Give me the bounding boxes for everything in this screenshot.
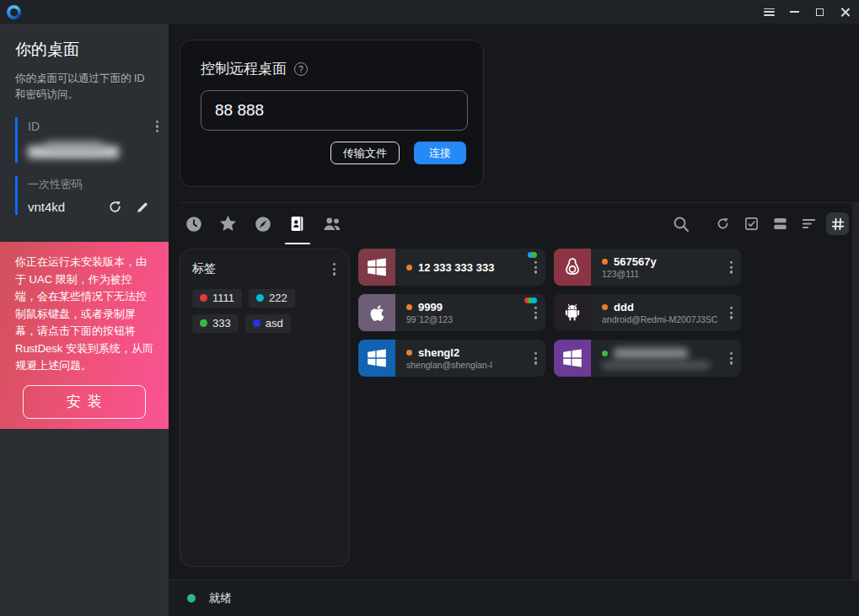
star-icon — [218, 214, 238, 233]
main-area: 控制远程桌面 ? 传输文件 连接 — [169, 24, 859, 616]
peer-name: ddd — [614, 301, 634, 313]
search-button[interactable] — [669, 212, 692, 235]
tab-recent-sessions[interactable] — [180, 210, 207, 238]
peer-status-dot — [406, 304, 412, 310]
compass-icon — [254, 215, 272, 233]
tag-label: 1111 — [212, 292, 234, 304]
refresh-icon — [107, 199, 123, 215]
tag-pill[interactable]: 1111 — [192, 289, 242, 308]
multi-select-button[interactable] — [740, 212, 763, 235]
minimize-icon — [790, 11, 799, 13]
remote-id-input[interactable] — [201, 90, 468, 131]
peer-status-dot — [406, 265, 412, 271]
view-list-button[interactable] — [797, 212, 820, 235]
tag-color-dot — [253, 319, 260, 327]
peer-name: 12 333 333 333 — [418, 261, 494, 274]
peer-username: 99`12@123 — [406, 314, 545, 324]
id-menu-button[interactable] — [153, 117, 162, 137]
peer-menu-button[interactable] — [727, 303, 736, 323]
tag-pill[interactable]: asd — [245, 314, 291, 333]
peer-card[interactable]: 12 333 333 333 — [358, 249, 545, 286]
peer-card[interactable]: shengl2 shenglan@shenglan-l — [358, 340, 545, 377]
peer-menu-button[interactable] — [727, 349, 736, 368]
peer-view-actions — [669, 212, 849, 235]
menu-button[interactable] — [756, 0, 781, 24]
group-icon — [322, 216, 342, 233]
maximize-button[interactable] — [807, 0, 832, 24]
address-book-icon — [288, 215, 306, 233]
peer-card[interactable]: 567567y 123@111 — [554, 249, 741, 286]
peer-card[interactable]: 9999 99`12@123 — [358, 294, 545, 331]
tag-pill[interactable]: 333 — [192, 314, 239, 333]
peer-menu-button[interactable] — [531, 349, 540, 368]
sidebar-description: 你的桌面可以通过下面的 ID 和密码访问。 — [0, 61, 169, 104]
tags-panel: 标签 1111 222 333 asd — [180, 249, 350, 567]
view-grid-button[interactable] — [826, 212, 849, 235]
android-logo-icon — [554, 294, 591, 331]
tab-favorites[interactable] — [214, 210, 242, 238]
tag-label: 222 — [269, 292, 287, 304]
peer-name: 567567y — [614, 255, 657, 268]
peer-menu-button[interactable] — [727, 258, 736, 277]
peer-card[interactable]: ddd android@Redmi-M2007J3SC — [554, 294, 741, 331]
peer-name-redacted — [614, 348, 688, 359]
windows-logo-icon — [358, 249, 395, 286]
transfer-file-button[interactable]: 传输文件 — [330, 142, 400, 164]
peer-card[interactable] — [554, 340, 741, 377]
refresh-icon — [715, 216, 731, 232]
peer-status-dot — [602, 304, 608, 310]
tab-discovered[interactable] — [249, 210, 276, 238]
peers-toolbar — [180, 202, 859, 244]
minimize-button[interactable] — [781, 0, 807, 24]
checkbox-icon — [744, 216, 760, 232]
peer-name: shengl2 — [418, 346, 459, 359]
id-block: ID — [15, 117, 162, 163]
view-tiles-button[interactable] — [769, 212, 792, 235]
peer-menu-button[interactable] — [531, 303, 540, 323]
titlebar — [0, 0, 859, 24]
apple-logo-icon — [358, 294, 395, 331]
tags-menu-button[interactable] — [330, 260, 339, 279]
tag-pill[interactable]: 222 — [249, 289, 295, 308]
control-remote-card: 控制远程桌面 ? 传输文件 连接 — [180, 40, 484, 187]
clock-icon — [185, 215, 203, 233]
sidebar: 你的桌面 你的桌面可以通过下面的 ID 和密码访问。 ID 一次性密码 vnt4… — [0, 24, 169, 616]
one-time-password-label: 一次性密码 — [28, 178, 83, 190]
connection-status-label: 就绪 — [209, 591, 232, 606]
id-value-redacted — [28, 144, 162, 163]
peer-username: 123@111 — [602, 269, 741, 279]
connect-button[interactable]: 连接 — [414, 142, 466, 164]
peer-username-redacted — [602, 362, 710, 369]
peer-name: 9999 — [418, 301, 443, 313]
tab-groups[interactable] — [318, 210, 346, 238]
control-remote-title: 控制远程桌面 — [201, 59, 287, 78]
help-icon[interactable]: ? — [294, 62, 308, 76]
peer-status-dot — [602, 259, 608, 265]
tab-address-book[interactable] — [283, 210, 311, 238]
regenerate-password-button[interactable] — [107, 199, 123, 215]
edit-password-button[interactable] — [135, 200, 150, 215]
hamburger-icon — [764, 8, 775, 16]
windows-logo-icon — [358, 340, 395, 377]
peer-username: android@Redmi-M2007J3SC — [602, 314, 741, 324]
one-time-password-block: 一次性密码 vnt4kd — [15, 176, 162, 215]
uac-warning-banner: 你正在运行未安装版本，由于 UAC 限制，作为被控端，会在某些情况下无法控制鼠标… — [0, 242, 169, 429]
windows-logo-icon — [554, 340, 591, 377]
peers-grid: 12 333 333 333 — [358, 249, 741, 580]
peers-scrollbar[interactable] — [852, 203, 859, 580]
peer-menu-button[interactable] — [531, 258, 540, 277]
peer-status-dot — [602, 351, 608, 356]
peer-tabs — [180, 210, 346, 238]
refresh-peers-button[interactable] — [711, 212, 734, 235]
close-icon — [840, 8, 850, 17]
search-icon — [672, 215, 690, 233]
linux-logo-icon — [554, 249, 591, 286]
tag-label: asd — [266, 317, 283, 329]
tag-label: 333 — [212, 317, 231, 329]
maximize-icon — [816, 8, 824, 16]
sidebar-title: 你的桌面 — [0, 24, 169, 61]
close-button[interactable] — [832, 0, 857, 24]
install-button[interactable]: 安装 — [23, 385, 146, 419]
peer-status-dot — [406, 350, 412, 356]
tag-color-dot — [200, 319, 207, 327]
